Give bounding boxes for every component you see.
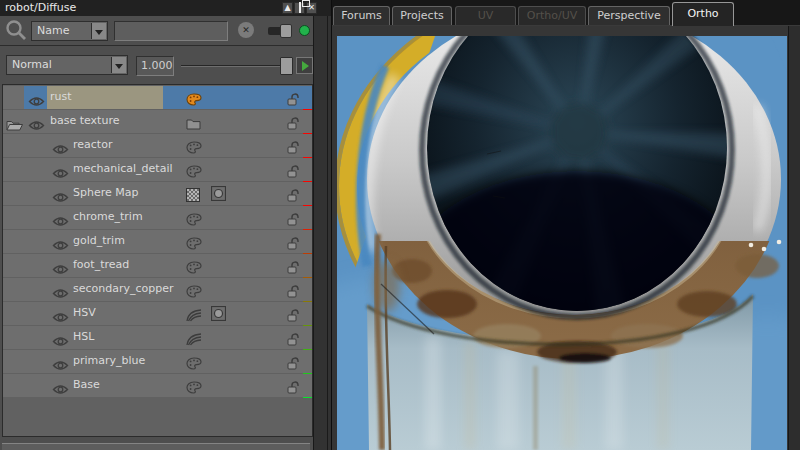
layer-row-hsl[interactable]: HSL [3,326,312,349]
visibility-eye-icon[interactable] [52,284,69,303]
lock-open-icon[interactable] [286,187,300,206]
layer-name: foot_tread [73,258,129,271]
paint-palette-icon [186,163,202,182]
filter-field-dropdown[interactable]: Name [31,21,108,41]
visibility-eye-icon[interactable] [28,116,45,135]
filter-toggle[interactable] [268,27,290,35]
visibility-eye-icon[interactable] [52,356,69,375]
lock-open-icon[interactable] [286,91,300,110]
layer-row-sphere-map[interactable]: Sphere Map [3,182,312,205]
pipe-model-render [337,36,787,450]
panel-scroll-gutter[interactable] [313,16,331,450]
lock-open-icon[interactable] [286,283,300,302]
chevron-down-icon [111,57,126,73]
layer-list: rust base texture [2,84,313,437]
layer-name: reactor [73,138,112,151]
group-open-folder-icon[interactable] [6,116,24,135]
palette-title: robot/Diffuse [5,1,76,14]
layer-row-base[interactable]: Base [3,374,312,397]
ortho-viewport-canvas[interactable] [332,26,800,450]
lock-open-icon[interactable] [286,331,300,350]
paint-palette-icon [186,235,202,254]
visibility-eye-icon[interactable] [52,188,69,207]
lock-open-icon[interactable] [286,211,300,230]
layer-row-chrome-trim[interactable]: chrome_trim [3,206,312,229]
visibility-eye-icon[interactable] [28,92,45,111]
paint-palette-icon [186,355,202,374]
adjustment-curves-icon [186,307,202,326]
shade-button[interactable]: ▲ [282,2,293,14]
layer-row-secondary-copper[interactable]: secondary_copper [3,278,312,301]
visibility-eye-icon[interactable] [52,332,69,351]
opacity-slider-handle[interactable] [280,57,293,75]
layer-row-primary-blue[interactable]: primary_blue [3,350,312,373]
opacity-value-field[interactable]: 1.000 [136,56,174,76]
viewport-tabbar: Forums Projects UV Ortho/UV Perspective … [332,0,800,26]
lock-open-icon[interactable] [286,259,300,278]
layer-name: primary_blue [73,354,145,367]
visibility-eye-icon[interactable] [52,236,69,255]
layer-name: base texture [50,114,119,127]
palette-titlebar[interactable]: robot/Diffuse ▲ ✕ [0,0,331,16]
lock-open-icon[interactable] [286,355,300,374]
viewport-right-margin [788,26,800,450]
tab-ortho[interactable]: Ortho [672,2,734,26]
restore-button[interactable] [294,2,305,14]
visibility-eye-icon[interactable] [52,212,69,231]
application-window: robot/Diffuse ▲ ✕ Name ✕ Normal [0,0,800,450]
lock-open-icon[interactable] [286,115,300,134]
tab-forums[interactable]: Forums [333,6,390,25]
adjustment-curves-icon [186,331,202,350]
window-buttons: ▲ ✕ [282,2,317,14]
layer-name: Sphere Map [73,186,138,199]
visibility-eye-icon[interactable] [52,260,69,279]
layer-row-foot-tread[interactable]: foot_tread [3,254,312,277]
paint-palette-icon [186,259,202,278]
lock-open-icon[interactable] [286,307,300,326]
visibility-eye-icon[interactable] [52,164,69,183]
search-input[interactable] [114,21,228,41]
viewport-pane: Forums Projects UV Ortho/UV Perspective … [331,0,800,450]
tab-uv: UV [455,6,516,25]
filter-field-label: Name [37,24,69,37]
clear-search-button[interactable]: ✕ [238,22,254,38]
layer-row-gold-trim[interactable]: gold_trim [3,230,312,253]
layer-name: chrome_trim [73,210,143,223]
procedural-checker-icon [186,187,200,206]
visibility-eye-icon[interactable] [52,140,69,159]
folder-icon [186,115,201,134]
visibility-eye-icon[interactable] [52,380,69,399]
layer-name: secondary_copper [73,282,174,295]
opacity-slider[interactable] [181,65,293,67]
layer-row-hsv[interactable]: HSV [3,302,312,325]
layer-name: Base [73,378,100,391]
layer-row-reactor[interactable]: reactor [3,134,312,157]
layer-row-mechanical-detail[interactable]: mechanical_detail [3,158,312,181]
layer-name: HSV [73,306,96,319]
apply-button[interactable] [296,57,313,74]
shade-icon: ▲ [284,3,290,12]
tab-perspective[interactable]: Perspective [588,6,670,25]
layer-row-base-texture[interactable]: base texture [3,110,312,133]
chevron-down-icon [91,23,106,39]
paint-palette-icon [186,379,202,398]
cached-layer-icon [211,306,226,325]
cached-layer-icon [211,186,226,205]
lock-open-icon[interactable] [286,235,300,254]
layer-name: gold_trim [73,234,125,247]
blend-mode-label: Normal [12,58,52,71]
tab-projects[interactable]: Projects [392,6,452,25]
layer-row-rust[interactable]: rust [3,86,312,109]
status-indicator-green [299,25,310,36]
lock-open-icon[interactable] [286,139,300,158]
blend-mode-dropdown[interactable]: Normal [6,55,128,75]
layers-palette: robot/Diffuse ▲ ✕ Name ✕ Normal [0,0,331,450]
paint-palette-icon [186,139,202,158]
lock-open-icon[interactable] [286,163,300,182]
next-palette-titlebar[interactable] [2,443,310,450]
layer-name: mechanical_detail [73,162,173,175]
visibility-eye-icon[interactable] [52,308,69,327]
lock-open-icon[interactable] [286,379,300,398]
search-icon [4,19,28,46]
layer-name: HSL [73,330,94,343]
